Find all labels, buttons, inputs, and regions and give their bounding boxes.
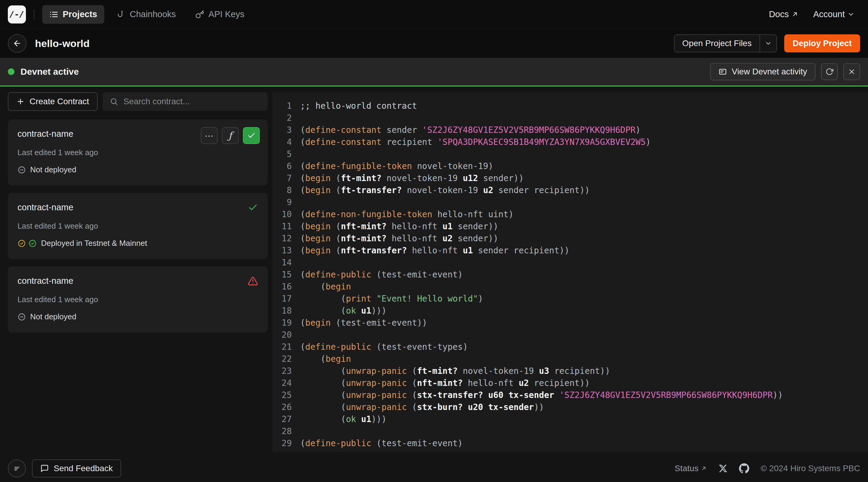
code-line-text: (define-constant sender 'SZ2J6ZY48GV1EZ5… (300, 124, 641, 136)
code-line: 20 (273, 329, 868, 341)
contract-last-edited: Last edited 1 week ago (18, 295, 258, 304)
code-line-text: (define-non-fungible-token hello-nft uin… (300, 208, 514, 221)
contract-status: Deployed in Testnet & Mainnet (18, 238, 258, 248)
minus-circle-icon (18, 166, 26, 174)
code-line: 10(define-non-fungible-token hello-nft u… (273, 208, 868, 221)
close-devnet-bar-button[interactable] (843, 63, 860, 80)
main-content: Create Contract contract-name ⋯ ƒ Last e… (0, 87, 868, 456)
alert-triangle-icon (248, 276, 258, 286)
code-line-text: ;; hello-world contract (300, 100, 417, 112)
line-number: 13 (273, 245, 292, 257)
refresh-devnet-button[interactable] (821, 63, 838, 80)
code-line-text: (unwrap-panic (ft-mint? novel-token-19 u… (300, 365, 610, 377)
line-number: 2 (273, 112, 292, 124)
nav-tab-chainhooks[interactable]: Chainhooks (109, 5, 183, 24)
page-title: hello-world (35, 38, 90, 50)
code-line: 14 (273, 257, 868, 269)
chat-launcher-button[interactable] (8, 459, 26, 478)
contract-last-edited: Last edited 1 week ago (18, 221, 258, 231)
line-number: 29 (273, 438, 292, 449)
code-editor[interactable]: 1;; hello-world contract23(define-consta… (273, 92, 868, 452)
code-line: 25 (unwrap-panic (stx-transfer? u60 tx-s… (273, 389, 868, 401)
line-number: 15 (273, 269, 292, 281)
x-twitter-icon (718, 464, 727, 473)
contract-status: Not deployed (18, 312, 258, 321)
code-line: 17 (print "Event! Hello world") (273, 293, 868, 305)
code-line: 9 (273, 196, 868, 208)
nav-tab-api-keys[interactable]: API Keys (188, 5, 252, 24)
code-line-text: (unwrap-panic (stx-transfer? u60 tx-send… (300, 389, 783, 401)
line-number: 26 (273, 401, 292, 413)
contract-status-label: Deployed in Testnet & Mainnet (41, 238, 147, 248)
account-menu[interactable]: Account (813, 9, 855, 19)
open-project-files-dropdown[interactable] (760, 35, 776, 52)
code-line-text: (unwrap-panic (nft-mint? hello-nft u2 re… (300, 377, 590, 389)
code-line: 24 (unwrap-panic (nft-mint? hello-nft u2… (273, 377, 868, 389)
line-number: 16 (273, 281, 292, 293)
line-number: 23 (273, 365, 292, 377)
contract-functions-button[interactable]: ƒ (222, 127, 239, 144)
minus-circle-icon (18, 313, 26, 321)
search-icon (110, 97, 118, 106)
arrow-left-icon (13, 39, 22, 48)
line-number: 10 (273, 208, 292, 221)
contract-name: contract-name (18, 276, 258, 286)
refresh-icon (826, 68, 833, 75)
code-line: 21(define-public (test-event-types) (273, 341, 868, 353)
github-link[interactable] (739, 463, 749, 474)
line-number: 6 (273, 160, 292, 172)
line-number: 25 (273, 389, 292, 401)
copyright: © 2024 Hiro Systems PBC (761, 463, 860, 473)
contract-card[interactable]: contract-name ⋯ ƒ Last edited 1 week ago… (8, 119, 268, 186)
code-line: 16 (begin (273, 281, 868, 293)
nav-tab-label: Chainhooks (130, 9, 176, 19)
external-link-icon (701, 465, 707, 472)
line-number: 11 (273, 221, 292, 232)
code-line: 28 (273, 425, 868, 438)
deployment-badges (18, 239, 37, 248)
search-contract-input[interactable] (124, 97, 260, 106)
x-twitter-link[interactable] (718, 464, 727, 473)
contract-name: contract-name (18, 202, 258, 213)
hiro-logo[interactable]: /-/ (8, 5, 26, 24)
hiro-logo-glyph: /-/ (10, 10, 24, 19)
code-line: 3(define-constant sender 'SZ2J6ZY48GV1EZ… (273, 124, 868, 136)
line-number: 24 (273, 377, 292, 389)
code-line: 27 (ok u1))) (273, 413, 868, 425)
code-line: 8(begin (ft-transfer? novel-token-19 u2 … (273, 184, 868, 196)
code-line-text: (define-public (test-event-types) (300, 341, 468, 353)
code-line-text: (begin (ft-mint? novel-token-19 u12 send… (300, 172, 524, 184)
view-devnet-activity-button[interactable]: View Devnet activity (710, 63, 815, 81)
open-project-files-button[interactable]: Open Project Files (674, 34, 777, 53)
deploy-project-button[interactable]: Deploy Project (784, 34, 860, 53)
code-line-text: (begin (300, 281, 351, 293)
chainhook-icon (116, 10, 125, 19)
line-number: 9 (273, 196, 292, 208)
activity-panel-icon (718, 67, 727, 76)
message-square-icon (40, 464, 49, 473)
status-link[interactable]: Status (675, 463, 707, 473)
key-icon (195, 10, 204, 19)
nav-tab-projects[interactable]: Projects (42, 5, 104, 24)
line-number: 27 (273, 413, 292, 425)
contracts-sidebar: Create Contract contract-name ⋯ ƒ Last e… (8, 92, 268, 456)
line-number: 7 (273, 172, 292, 184)
contract-check-button[interactable] (243, 127, 260, 144)
contract-last-edited: Last edited 1 week ago (18, 148, 258, 157)
send-feedback-label: Send Feedback (54, 463, 113, 473)
contract-menu-button[interactable]: ⋯ (201, 127, 218, 144)
create-contract-button[interactable]: Create Contract (8, 92, 98, 111)
docs-link[interactable]: Docs (769, 9, 799, 19)
contract-card[interactable]: contract-name Last edited 1 week ago Dep… (8, 193, 268, 259)
contract-card[interactable]: contract-name Last edited 1 week ago Not… (8, 266, 268, 332)
code-line-text: (define-public (test-emit-event) (300, 269, 463, 281)
back-button[interactable] (8, 34, 27, 53)
docs-label: Docs (769, 9, 789, 19)
send-feedback-button[interactable]: Send Feedback (32, 459, 121, 478)
code-line-text: (ok u1))) (300, 305, 387, 317)
status-label: Status (675, 463, 698, 473)
line-number: 17 (273, 293, 292, 305)
code-line-text: (define-constant recipient 'SPQA3DPKASEC… (300, 136, 651, 148)
nav-divider (34, 9, 34, 20)
line-number: 1 (273, 100, 292, 112)
